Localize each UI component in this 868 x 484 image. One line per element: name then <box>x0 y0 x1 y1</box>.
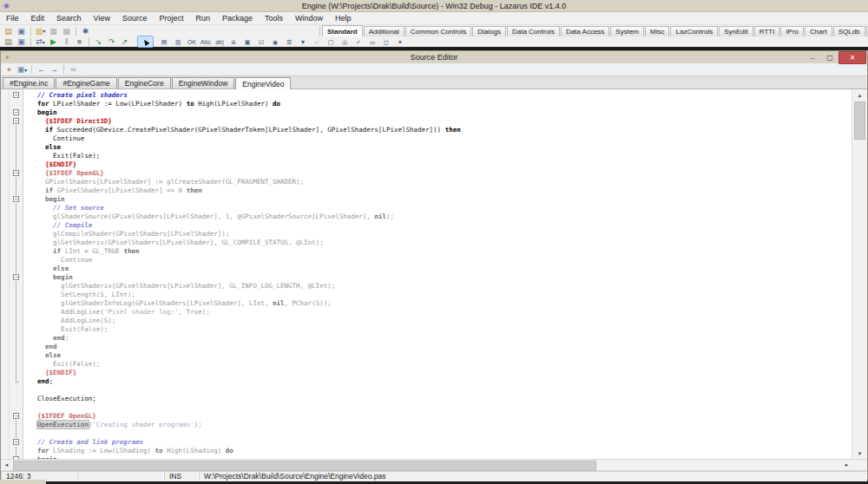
fold-marker[interactable]: − <box>1 117 23 126</box>
maximize-button[interactable]: ▢ <box>821 52 838 63</box>
show-unit-info-button[interactable]: ● <box>3 63 16 75</box>
component-tlabel[interactable]: Abc <box>199 36 213 48</box>
gutter-row <box>1 100 23 108</box>
fold-collapse-icon[interactable]: − <box>13 109 19 115</box>
component-tframe[interactable]: ◻ <box>379 36 393 48</box>
vertical-scrollbar-thumb[interactable] <box>854 101 865 140</box>
component-tcombobox[interactable]: ▼ <box>296 36 310 48</box>
component-tactionlist[interactable]: ✦ <box>393 36 407 48</box>
palette-tab[interactable]: SynEdit <box>719 26 753 36</box>
fold-marker[interactable]: − <box>1 412 23 421</box>
vertical-scrollbar[interactable]: ▴ ▾ <box>852 89 867 459</box>
menu-item[interactable]: Edit <box>25 12 51 24</box>
close-button[interactable]: ✕ <box>838 51 866 64</box>
editor-tab[interactable]: #EngineGame <box>56 77 116 88</box>
palette-tab[interactable]: System <box>610 26 644 36</box>
view-units-button[interactable]: ▤ <box>2 36 15 48</box>
fold-collapse-icon[interactable]: − <box>13 196 19 202</box>
jump-forward-button[interactable]: → <box>48 63 61 75</box>
fold-marker[interactable]: − <box>1 273 23 282</box>
palette-tab[interactable]: LazControls <box>670 26 718 36</box>
menu-item[interactable]: Search <box>50 12 88 24</box>
palette-tab[interactable]: Common Controls <box>405 26 471 36</box>
scroll-down-icon[interactable]: ▾ <box>852 448 867 459</box>
toggle-form-unit-button[interactable]: ⇄▾ <box>34 36 47 48</box>
fold-collapse-icon[interactable]: − <box>13 92 19 98</box>
palette-tab[interactable]: RTTI <box>754 26 780 36</box>
horizontal-scrollbar[interactable]: ◂ ▸ <box>1 459 867 470</box>
palette-tab[interactable]: Dialogs <box>472 26 506 36</box>
fold-marker[interactable]: − <box>1 169 23 178</box>
component-icon: ▭ <box>370 38 376 46</box>
component-tpopupmenu[interactable]: ▥ <box>171 36 185 48</box>
horizontal-scrollbar-thumb[interactable] <box>13 461 596 471</box>
jump-back-button[interactable]: ← <box>35 63 48 75</box>
component-icon: ✦ <box>398 38 403 46</box>
palette-tab[interactable]: Chart <box>805 26 832 36</box>
palette-tab[interactable]: Additional <box>364 26 404 36</box>
menu-item[interactable]: Project <box>153 12 189 24</box>
fold-collapse-icon[interactable]: − <box>13 439 19 445</box>
scroll-up-icon[interactable]: ▴ <box>852 89 867 101</box>
fold-marker[interactable]: − <box>1 91 23 100</box>
component-ttogglebox[interactable]: ▣ <box>240 36 254 48</box>
editor-tab[interactable]: EngineWindow <box>172 77 235 88</box>
code-editor[interactable]: −−−−−−−−− // Create pixel shaders for LP… <box>1 89 867 459</box>
fold-collapse-icon[interactable]: − <box>13 413 19 419</box>
component-pointer-button[interactable] <box>137 36 154 48</box>
component-tcheckgroup[interactable]: ✓ <box>352 36 365 48</box>
menu-item[interactable]: Tools <box>259 12 289 24</box>
step-out-button[interactable]: ↗ <box>118 36 131 48</box>
code-area[interactable]: // Create pixel shaders for LPixelShader… <box>24 89 852 459</box>
palette-tab[interactable]: Data Access <box>561 26 609 36</box>
menu-item[interactable]: Window <box>289 12 329 24</box>
palette-tab[interactable]: IPro <box>780 26 804 36</box>
source-editor-titlebar[interactable]: ✦ Source Editor – ▢ ✕ <box>1 51 867 63</box>
component-tgroupbox[interactable]: ▢ <box>324 36 338 48</box>
component-tbutton[interactable]: OK <box>185 36 199 48</box>
fold-collapse-icon[interactable]: − <box>13 274 19 280</box>
editor-tab[interactable]: EngineVideo <box>235 77 291 89</box>
palette-tab[interactable]: SQLdb <box>833 26 865 36</box>
editor-tab[interactable]: EngineCore <box>118 77 171 88</box>
palette-tab[interactable]: Misc <box>645 26 669 36</box>
menu-item[interactable]: File <box>0 12 25 24</box>
fold-marker[interactable]: − <box>1 438 23 447</box>
component-tpanel[interactable]: ▭ <box>365 36 379 48</box>
toolbar-icon: ↗ <box>122 37 128 46</box>
menu-item[interactable]: View <box>88 12 116 24</box>
component-tscrollbar[interactable]: ⇔ <box>310 36 324 48</box>
step-over-button[interactable]: ↷ <box>105 36 118 48</box>
fold-collapse-icon[interactable]: − <box>13 118 19 124</box>
component-tmainmenu[interactable]: ▤ <box>157 36 171 48</box>
main-titlebar[interactable]: ◉ Engine (W:\Projects\Drak\Build\Source)… <box>0 0 868 12</box>
link-editor-button[interactable]: ∞ <box>67 63 80 75</box>
scroll-right-icon[interactable]: ▸ <box>841 460 852 470</box>
run-button[interactable]: ▶ <box>47 36 60 48</box>
menu-item[interactable]: Help <box>329 12 358 24</box>
open-unit-dropdown-button[interactable]: ▣▾ <box>16 63 29 75</box>
step-into-button[interactable]: ↘ <box>92 36 105 48</box>
fold-marker[interactable]: − <box>1 108 23 117</box>
code-line: glGetShaderiv(GPixelShaders[LPixelShader… <box>30 282 852 291</box>
component-tmemo[interactable]: ≣ <box>227 36 240 48</box>
component-tlistbox[interactable]: ☰ <box>282 36 296 48</box>
menu-item[interactable]: Run <box>189 12 216 24</box>
pause-button[interactable]: ‖ <box>60 36 73 48</box>
fold-marker[interactable]: − <box>1 195 23 204</box>
component-tcheckbox[interactable]: ☑ <box>254 36 268 48</box>
palette-tab[interactable]: Standard <box>322 25 363 36</box>
component-tedit[interactable]: ab| <box>213 36 227 48</box>
component-tradiobutton[interactable]: ◉ <box>268 36 282 48</box>
palette-tab[interactable]: Data Controls <box>507 26 560 36</box>
scroll-left-icon[interactable]: ◂ <box>1 460 12 470</box>
menu-item[interactable]: Package <box>216 12 259 24</box>
fold-collapse-icon[interactable]: − <box>13 170 19 176</box>
stop-button[interactable]: ■ <box>73 36 86 48</box>
minimize-button[interactable]: – <box>804 52 821 63</box>
view-forms-button[interactable]: ▣ <box>15 36 28 48</box>
editor-tab[interactable]: #Engine.inc <box>3 77 55 88</box>
component-tradiogroup[interactable]: ◎ <box>338 36 352 48</box>
menu-item[interactable]: Source <box>116 12 154 24</box>
gutter-row <box>1 317 23 325</box>
